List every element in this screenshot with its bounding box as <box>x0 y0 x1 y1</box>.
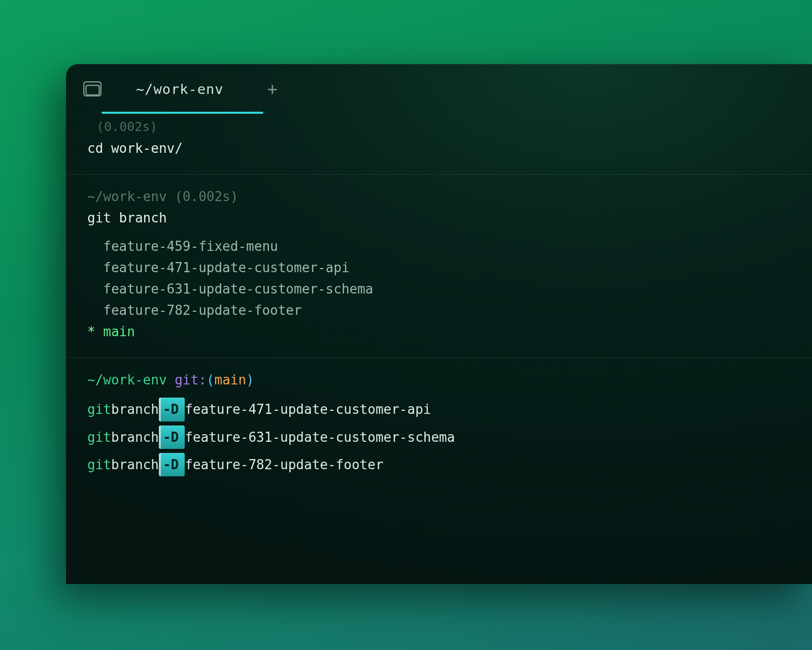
branch-list: feature-459-fixed-menu feature-471-updat… <box>87 236 791 343</box>
new-tab-button[interactable]: + <box>267 79 278 99</box>
flag-chip: -D <box>159 398 185 421</box>
prompt-paren: ( <box>207 372 215 387</box>
command-text: cd work-env/ <box>87 138 791 159</box>
command-line: git branch -D feature-471-update-custome… <box>87 396 791 423</box>
command-text: git branch <box>87 207 791 229</box>
command-block-2: ~/work-env git:(main) git branch -D feat… <box>66 358 812 493</box>
command-block-1: ~/work-env (0.002s) git branch feature-4… <box>66 175 812 359</box>
branch-item: feature-631-update-customer-schema <box>87 278 791 300</box>
prev-timing: (0.002s) <box>87 117 791 138</box>
prompt-paren: ) <box>246 372 254 387</box>
prompt-line: ~/work-env (0.002s) <box>87 186 791 207</box>
branch-item: feature-459-fixed-menu <box>87 236 791 257</box>
tab-active-indicator <box>101 112 263 114</box>
branch-item: feature-782-update-footer <box>87 300 791 321</box>
tab-work-env[interactable]: ~/work-env <box>132 64 228 114</box>
svg-rect-1 <box>86 85 99 95</box>
multi-cursor-commands: git branch -D feature-471-update-custome… <box>87 396 791 478</box>
command-line: git branch -D feature-782-update-footer <box>87 451 791 478</box>
command-block-0: (0.002s) cd work-env/ <box>66 114 812 175</box>
branch-current: * main <box>87 321 791 342</box>
panes-icon[interactable] <box>83 81 101 96</box>
titlebar: ~/work-env + <box>66 64 812 114</box>
command-line: git branch -D feature-631-update-custome… <box>87 424 791 451</box>
prompt-line: ~/work-env git:(main) <box>87 369 791 391</box>
prompt-git-label: git: <box>175 372 207 387</box>
prompt-path: ~/work-env <box>87 372 167 387</box>
flag-chip: -D <box>159 453 185 476</box>
prompt-branch: main <box>214 372 246 387</box>
flag-chip: -D <box>159 426 185 449</box>
terminal-window: ~/work-env + (0.002s) cd work-env/ ~/wor… <box>66 64 812 584</box>
terminal-body[interactable]: (0.002s) cd work-env/ ~/work-env (0.002s… <box>66 114 812 584</box>
branch-item: feature-471-update-customer-api <box>87 257 791 278</box>
tab-title: ~/work-env <box>136 81 224 97</box>
